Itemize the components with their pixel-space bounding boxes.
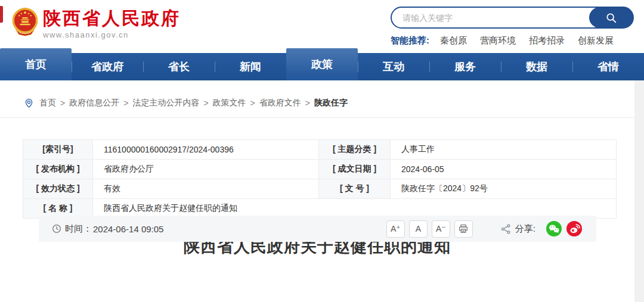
site-title: 陕西省人民政府 <box>43 8 181 29</box>
scrollbar-track[interactable] <box>634 80 644 302</box>
time-value: 2024-06-14 09:05 <box>93 224 163 234</box>
publish-time: 时间： 2024-06-14 09:05 <box>52 223 163 235</box>
smart-recommend-row: 智能推荐: 秦创原 营商环境 招考招录 创新发展 <box>391 35 635 46</box>
breadcrumb-separator: > <box>60 98 65 108</box>
validity-status-label: [ 效力状态 ] <box>23 179 93 199</box>
left-red-ribbon <box>0 6 3 23</box>
magnifier-icon <box>605 11 618 24</box>
recommend-link-innovation[interactable]: 创新发展 <box>578 35 614 46</box>
font-normal-button[interactable]: A <box>409 220 428 238</box>
font-increase-button[interactable]: A⁺ <box>386 220 405 238</box>
nav-item-interaction[interactable]: 互动 <box>358 53 429 80</box>
breadcrumb-policy-docs[interactable]: 政策文件 <box>213 98 246 108</box>
site-url: www.shaanxi.gov.cn <box>43 30 181 39</box>
doc-number-value: 陕政任字〔2024〕92号 <box>391 179 617 199</box>
search-input[interactable] <box>402 8 581 27</box>
nav-item-provincial-gov[interactable]: 省政府 <box>72 53 143 80</box>
table-row: [ 发布机构 ] 省政府办公厅 [ 成文日期 ] 2024-06-05 <box>23 160 617 179</box>
breadcrumb-separator: > <box>250 98 255 108</box>
breadcrumb-gov-info[interactable]: 政府信息公开 <box>69 98 119 108</box>
breadcrumb-separator: > <box>203 98 208 108</box>
breadcrumb-separator: > <box>123 98 128 108</box>
topic-category-label: [ 主题分类 ] <box>319 140 391 160</box>
clock-icon <box>52 224 65 233</box>
national-emblem-icon <box>10 7 40 36</box>
page: 陕西省人民政府 www.shaanxi.gov.cn 智能推荐: 秦创原 <box>0 0 644 302</box>
topic-category-value: 人事工作 <box>391 140 617 160</box>
table-row: [索引号] 116100000160002917/2024-00396 [ 主题… <box>23 140 617 160</box>
recommend-link-qinchuangyuan[interactable]: 秦创原 <box>440 35 467 46</box>
article-tools: A⁺ A A⁻ <box>382 220 582 238</box>
breadcrumb: 首页 > 政府信息公开 > 法定主动公开内容 > 政策文件 > 省政府文件 > … <box>0 80 644 118</box>
breadcrumb-home[interactable]: 首页 <box>39 98 56 108</box>
breadcrumb-provincial-docs[interactable]: 省政府文件 <box>259 98 301 108</box>
breadcrumb-statutory-disclosure[interactable]: 法定主动公开内容 <box>132 98 199 108</box>
search-box <box>391 7 634 29</box>
nav-item-home[interactable]: 首页 <box>0 48 72 80</box>
share-nodes-icon <box>500 223 512 235</box>
share-label: 分享: <box>515 223 535 235</box>
share-group: 分享: <box>500 221 582 236</box>
printer-icon <box>458 223 469 234</box>
nav-item-governor[interactable]: 省长 <box>143 53 215 80</box>
nav-item-services[interactable]: 服务 <box>429 53 501 80</box>
breadcrumb-current: 陕政任字 <box>314 98 348 108</box>
doc-number-label: [ 文 号 ] <box>319 179 391 199</box>
nav-item-data[interactable]: 数据 <box>501 53 572 80</box>
issue-date-label: [ 成文日期 ] <box>319 160 391 179</box>
index-number-label: [索引号] <box>23 140 93 160</box>
search-area: 智能推荐: 秦创原 营商环境 招考招录 创新发展 <box>391 7 635 46</box>
breadcrumb-separator: > <box>305 98 310 108</box>
index-number-value: 116100000160002917/2024-00396 <box>93 140 319 160</box>
document-meta-table: [索引号] 116100000160002917/2024-00396 [ 主题… <box>23 139 617 219</box>
location-pin-icon <box>24 98 34 108</box>
weibo-share-button[interactable] <box>566 221 582 236</box>
article-info-bar: 时间： 2024-06-14 09:05 A⁺ A A⁻ <box>39 216 596 242</box>
recommend-link-recruitment[interactable]: 招考招录 <box>529 35 565 46</box>
issuing-agency-value: 省政府办公厅 <box>93 160 319 179</box>
main-nav: 首页 省政府 省长 新闻 政策 互动 服务 数据 省情 <box>0 53 644 80</box>
smart-recommend-label: 智能推荐: <box>391 35 429 46</box>
search-button[interactable] <box>589 7 633 28</box>
nav-item-policy[interactable]: 政策 <box>286 48 358 80</box>
nav-item-news[interactable]: 新闻 <box>215 53 286 80</box>
wechat-share-button[interactable] <box>546 221 562 236</box>
recommend-link-business-env[interactable]: 营商环境 <box>480 35 516 46</box>
validity-status-value: 有效 <box>93 179 319 199</box>
nav-item-province-info[interactable]: 省情 <box>572 53 644 80</box>
time-label: 时间： <box>65 223 92 235</box>
site-header: 陕西省人民政府 www.shaanxi.gov.cn 智能推荐: 秦创原 <box>0 0 644 53</box>
brand-block: 陕西省人民政府 www.shaanxi.gov.cn <box>43 8 181 39</box>
print-button[interactable] <box>454 220 473 238</box>
issuing-agency-label: [ 发布机构 ] <box>23 160 93 179</box>
content-area: 首页 > 政府信息公开 > 法定主动公开内容 > 政策文件 > 省政府文件 > … <box>0 80 644 302</box>
issue-date-value: 2024-06-05 <box>391 160 617 179</box>
table-row: [ 效力状态 ] 有效 [ 文 号 ] 陕政任字〔2024〕92号 <box>23 179 617 199</box>
font-decrease-button[interactable]: A⁻ <box>432 220 450 238</box>
